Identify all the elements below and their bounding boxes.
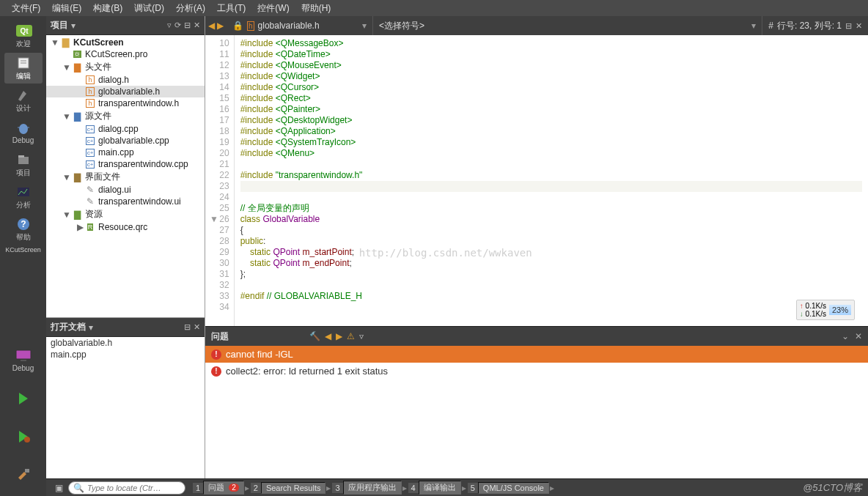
tree-item[interactable]: c+main.cpp — [46, 147, 205, 158]
tree-item[interactable]: ⛭KCutScreen.pro — [46, 48, 205, 60]
menu-item[interactable]: 构建(B) — [87, 1, 128, 16]
open-doc-item[interactable]: main.cpp — [46, 349, 205, 360]
open-documents-header: 打开文档 ▾ ⊟ ✕ — [46, 318, 205, 337]
mode-design[interactable]: 设计 — [4, 85, 43, 116]
close-panel-icon[interactable]: ✕ — [194, 322, 200, 332]
tree-label: 源文件 — [85, 110, 111, 122]
mode-bug[interactable]: Debug — [4, 117, 43, 148]
edit-icon — [15, 56, 32, 70]
close-editor-icon[interactable]: ✕ — [856, 21, 862, 31]
filter-icon[interactable]: ▿ — [167, 21, 172, 30]
menu-item[interactable]: 分析(A) — [170, 1, 211, 16]
close-icon[interactable]: ✕ — [855, 331, 862, 341]
sync-icon[interactable]: ⟳ — [174, 21, 181, 30]
editor-toolbar: ◀ ▶ 🔒 h globalvariable.h ▾ <选择符号> ▾ # — [205, 16, 868, 35]
code-editor[interactable]: 10111213141516171819202122232425▼ 262728… — [205, 35, 868, 326]
line-col-label[interactable]: 行号: 23, 列号: 1 — [777, 20, 842, 32]
next-issue-icon[interactable]: ▶ — [336, 331, 342, 341]
file-icon: ▇ — [71, 111, 83, 122]
analyze-icon — [15, 185, 32, 199]
close-panel-icon[interactable]: ✕ — [194, 21, 200, 30]
menu-item[interactable]: 帮助(H) — [295, 1, 337, 16]
mode-label: 项目 — [16, 168, 31, 178]
output-tab[interactable]: QML/JS Console — [478, 482, 549, 494]
toggle-sidebar-icon[interactable]: ▣ — [51, 481, 67, 495]
menu-item[interactable]: 工具(T) — [211, 1, 251, 16]
mode-edit[interactable]: 编辑 — [4, 53, 43, 84]
mode-project[interactable]: 项目 — [4, 149, 43, 180]
open-doc-item[interactable]: globalvariable.h — [46, 337, 205, 349]
output-tab-number: 5 — [468, 483, 478, 493]
project-tree[interactable]: ▼▇KCutScreen⛭KCutScreen.pro▼▇头文件hdialog.… — [46, 35, 205, 317]
locator-input[interactable] — [87, 484, 180, 492]
locator[interactable]: 🔍 — [68, 481, 185, 495]
tree-item[interactable]: ▼▇头文件 — [46, 60, 205, 74]
hammer-warning-icon[interactable]: 🔨 — [309, 331, 320, 341]
menu-item[interactable]: 文件(F) — [6, 1, 46, 16]
menu-item[interactable]: 控件(W) — [251, 1, 295, 16]
output-tab[interactable]: 编译输出 — [419, 481, 461, 495]
prev-issue-icon[interactable]: ◀ — [325, 331, 331, 341]
minimize-icon[interactable]: ⌄ — [842, 331, 849, 341]
issue-row[interactable]: !collect2: error: ld returned 1 exit sta… — [205, 363, 868, 380]
tree-item[interactable]: ▼▇KCutScreen — [46, 37, 205, 48]
tree-item[interactable]: hglobalvariable.h — [46, 86, 205, 97]
mode-label: 欢迎 — [16, 39, 31, 49]
blog-watermark: @51CTO博客 — [803, 481, 862, 495]
issues-list[interactable]: !cannot find -lGL!collect2: error: ld re… — [205, 346, 868, 478]
output-tab[interactable]: 问题 2 — [203, 481, 244, 495]
tree-item[interactable]: ▼▇界面文件 — [46, 170, 205, 184]
output-tab[interactable]: 应用程序输出 — [343, 481, 402, 495]
tree-item[interactable]: c+globalvariable.cpp — [46, 135, 205, 147]
filter-icon[interactable]: ▿ — [359, 331, 364, 341]
back-icon[interactable]: ◀ — [208, 21, 215, 31]
split-icon[interactable]: ⊟ — [184, 21, 191, 30]
net-percent: 23% — [829, 305, 851, 315]
target-selector[interactable]: Debug — [4, 345, 43, 376]
dropdown-icon[interactable]: ▾ — [89, 322, 93, 333]
mode-analyze[interactable]: 分析 — [4, 182, 43, 212]
split-editor-icon[interactable]: ⊟ — [845, 21, 852, 31]
tree-label: dialog.ui — [98, 185, 131, 195]
tree-item[interactable]: ▶RResouce.qrc — [46, 221, 205, 233]
menu-item[interactable]: 调试(D) — [128, 1, 170, 16]
code-content[interactable]: http://blog.csdn.net/wwkaven #include <Q… — [235, 35, 868, 326]
tree-label: dialog.cpp — [98, 124, 139, 134]
debug-run-button[interactable] — [4, 421, 43, 452]
run-button[interactable] — [4, 383, 43, 414]
open-documents-list[interactable]: globalvariable.hmain.cpp — [46, 337, 205, 478]
menu-item[interactable]: 编辑(E) — [46, 1, 87, 16]
tree-item[interactable]: ▼▇资源 — [46, 207, 205, 221]
tree-caret[interactable]: ▼ — [62, 62, 71, 73]
tree-caret[interactable]: ▼ — [51, 37, 59, 48]
tree-label: transparentwindow.ui — [98, 196, 181, 207]
file-crumb[interactable]: 🔒 h globalvariable.h ▾ — [227, 16, 373, 35]
warning-icon[interactable]: ⚠ — [347, 331, 355, 341]
network-widget: ↑ 0.1K/s ↓ 0.1K/s 23% — [796, 300, 855, 320]
tree-label: main.cpp — [98, 147, 134, 158]
issue-row[interactable]: !cannot find -lGL — [205, 346, 868, 363]
dropdown-icon[interactable]: ▾ — [71, 21, 76, 31]
mode-help[interactable]: ?帮助 — [4, 214, 43, 245]
tree-caret[interactable]: ▼ — [62, 111, 71, 122]
output-tab[interactable]: Search Results — [261, 482, 326, 494]
tree-item[interactable]: c+transparentwindow.cpp — [46, 158, 205, 170]
tree-item[interactable]: ▼▇源文件 — [46, 109, 205, 123]
forward-icon[interactable]: ▶ — [217, 21, 224, 31]
tree-item[interactable]: htransparentwindow.h — [46, 97, 205, 109]
split-icon[interactable]: ⊟ — [184, 322, 191, 332]
chevron-down-icon: ▾ — [362, 21, 367, 31]
tree-caret[interactable]: ▼ — [62, 210, 71, 220]
mode-qt[interactable]: Qt欢迎 — [4, 21, 43, 51]
output-tab-number: 3 — [332, 483, 342, 493]
tree-caret[interactable]: ▼ — [62, 172, 71, 182]
build-button[interactable] — [4, 459, 43, 490]
tree-item[interactable]: c+dialog.cpp — [46, 123, 205, 135]
tree-item[interactable]: hdialog.h — [46, 74, 205, 86]
tree-item[interactable]: ✎dialog.ui — [46, 184, 205, 196]
tree-label: globalvariable.h — [98, 86, 160, 97]
mode-label: 编辑 — [16, 71, 31, 81]
tree-caret[interactable]: ▶ — [76, 222, 84, 232]
tree-item[interactable]: ✎transparentwindow.ui — [46, 196, 205, 207]
symbol-crumb[interactable]: <选择符号> ▾ — [373, 16, 762, 35]
